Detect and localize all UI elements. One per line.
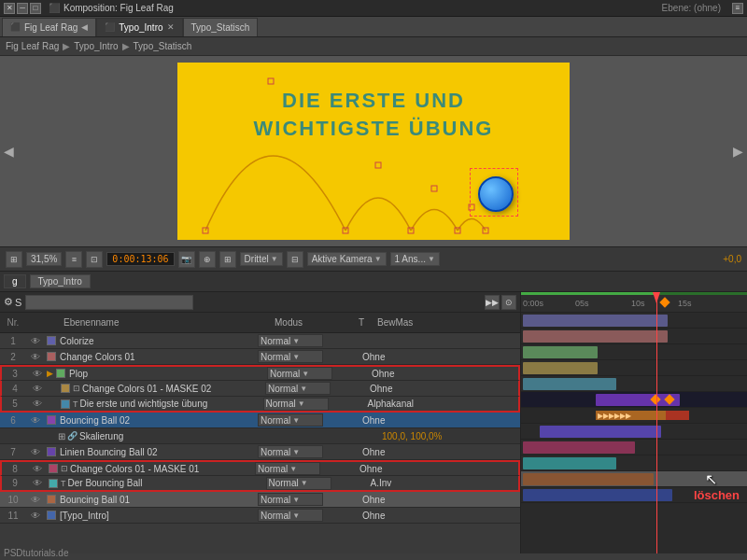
panel-tab-g[interactable]: g: [4, 274, 26, 288]
layer-mode[interactable]: Normal▼: [258, 445, 342, 458]
layer-mode[interactable]: Normal▼: [258, 413, 342, 427]
tab-close-1[interactable]: ✕: [167, 22, 175, 32]
layer-row[interactable]: 7 👁 Linien Bouncing Ball 02 Normal▼ Ohne: [0, 444, 520, 460]
layer-row[interactable]: 1 👁 Colorize Normal▼: [0, 333, 520, 349]
eye-icon: 👁: [33, 369, 42, 379]
mode-dropdown[interactable]: Normal▼: [258, 493, 323, 506]
layer-mode[interactable]: Normal▼: [258, 350, 342, 363]
layer-num: 11: [0, 511, 26, 521]
layer-row[interactable]: 3 👁 ▶ Plop Normal▼ Ohne: [0, 365, 520, 381]
mode-dropdown[interactable]: Normal▼: [258, 445, 323, 458]
breadcrumb-2[interactable]: Typo_Intro: [74, 41, 118, 51]
layer-mode[interactable]: Normal▼: [266, 477, 350, 490]
layer-color: [47, 352, 56, 361]
close-btn[interactable]: ✕: [4, 3, 15, 14]
layer-mode[interactable]: Normal▼: [267, 367, 351, 380]
layer-visibility[interactable]: 👁: [26, 511, 45, 521]
mode-dropdown[interactable]: Normal▼: [258, 350, 323, 363]
fit-btn[interactable]: ⊡: [86, 251, 103, 268]
layer-mode[interactable]: Normal▼: [255, 462, 339, 475]
channels-dropdown[interactable]: 1 Ans... ▼: [390, 252, 440, 266]
layer-mode[interactable]: Normal▼: [258, 509, 342, 522]
search-input[interactable]: [25, 295, 193, 310]
mode-dropdown[interactable]: Normal▼: [258, 413, 323, 427]
breadcrumb-1[interactable]: Fig Leaf Rag: [6, 41, 59, 51]
layer-name: Plop: [67, 369, 267, 379]
search-mode-btn[interactable]: ▶▶: [485, 295, 500, 310]
ruler-label-0: 0:00s: [523, 299, 543, 308]
layer-bewmas: Ohne: [370, 369, 444, 379]
tab-close-0[interactable]: ◀: [81, 22, 88, 32]
camera-icon[interactable]: 📷: [178, 251, 195, 268]
tab-typo-statisch[interactable]: Typo_Statisch: [183, 18, 259, 36]
layer-mode[interactable]: Normal▼: [265, 382, 349, 395]
layer-visibility[interactable]: 👁: [28, 384, 47, 394]
camera-dropdown[interactable]: Aktive Kamera ▼: [307, 252, 387, 266]
breadcrumb-3[interactable]: Typo_Statisch: [134, 41, 192, 51]
layer-row[interactable]: 5 👁 T Die erste und wichtigste übung Nor…: [0, 397, 520, 413]
prev-frame-btn[interactable]: ◀: [4, 144, 14, 159]
mode-dropdown[interactable]: Normal▼: [258, 509, 323, 522]
expand-btn[interactable]: ⊞: [6, 251, 22, 268]
grid-btn[interactable]: ⊞: [219, 251, 236, 268]
layer-visibility[interactable]: 👁: [26, 447, 45, 457]
layer-row[interactable]: 10 👁 Bouncing Ball 01 Normal▼ Ohne: [0, 492, 520, 508]
layer-row[interactable]: 4 👁 ⊡ Change Colors 01 - MASKE 02 Normal…: [0, 381, 520, 397]
next-frame-btn[interactable]: ▶: [733, 144, 743, 159]
timecode[interactable]: 0:00:13:06: [106, 252, 174, 266]
track-block: [523, 489, 672, 501]
max-btn[interactable]: □: [30, 3, 41, 14]
tab-fig-leaf-rag[interactable]: ⬛ Fig Leaf Rag ◀: [2, 18, 96, 36]
snap-btn[interactable]: ⊕: [199, 251, 216, 268]
search-bar: ⚙ S ▶▶ ⊙: [0, 292, 520, 313]
eye-icon: 👁: [31, 336, 40, 346]
layer-bewmas: Ohne: [360, 511, 435, 521]
mode-dropdown[interactable]: Normal▼: [266, 477, 331, 490]
transparency-btn[interactable]: ⊟: [287, 251, 303, 268]
tab-typo-intro[interactable]: ⬛ Typo_Intro ✕: [96, 18, 182, 36]
layer-name: Der Bouncing Ball: [66, 478, 266, 488]
layer-visibility[interactable]: 👁: [26, 495, 45, 505]
layer-row[interactable]: 6 👁 Bouncing Ball 02 Normal▼ Ohne: [0, 413, 520, 428]
title-bar-controls[interactable]: ✕ ─ □: [4, 3, 41, 14]
layer-mode[interactable]: Normal▼: [258, 334, 342, 347]
mode-dropdown[interactable]: Normal▼: [267, 367, 332, 380]
min-btn[interactable]: ─: [17, 3, 28, 14]
track-row-3: [521, 344, 747, 360]
layer-row[interactable]: 9 👁 T Der Bouncing Ball Normal▼ A.Inv: [0, 476, 520, 492]
layer-num: 7: [0, 447, 26, 457]
layer-row[interactable]: 8 👁 ⊡ Change Colors 01 - MASKE 01 Normal…: [0, 460, 520, 476]
mode-dropdown[interactable]: Normal▼: [258, 334, 323, 347]
layer-visibility[interactable]: 👁: [26, 336, 45, 346]
mode-dropdown[interactable]: Normal▼: [255, 462, 320, 475]
col-mode: Modus: [275, 317, 359, 328]
search-solo-btn[interactable]: ⊙: [501, 295, 516, 310]
solo-btn[interactable]: S: [15, 297, 21, 308]
playhead[interactable]: [656, 292, 657, 553]
layer-visibility[interactable]: 👁: [28, 464, 47, 474]
col-num: Nr.: [0, 317, 26, 328]
layer-name: [Typo_Intro]: [58, 511, 258, 521]
layer-color: [56, 369, 65, 378]
layer-row-skalierung[interactable]: ⊞ 🔗 Skalierung 100,0, 100,0%: [0, 428, 520, 444]
zoom-ctrl[interactable]: ≡: [65, 251, 82, 268]
zoom-level[interactable]: 31,5%: [26, 252, 62, 266]
track-row-1: [521, 313, 747, 329]
layer-row[interactable]: 11 👁 [Typo_Intro] Normal▼ Ohne: [0, 508, 520, 524]
layer-visibility[interactable]: 👁: [28, 399, 47, 409]
view-dropdown[interactable]: Drittel ▼: [240, 252, 283, 266]
layer-mode[interactable]: Normal▼: [263, 398, 347, 411]
panel-menu-btn[interactable]: ≡: [732, 3, 743, 14]
layer-visibility[interactable]: 👁: [28, 369, 47, 379]
track-row-8: [521, 440, 747, 455]
mode-dropdown[interactable]: Normal▼: [265, 382, 331, 395]
layer-settings-btn[interactable]: ⚙: [4, 296, 13, 308]
layer-visibility[interactable]: 👁: [28, 478, 47, 488]
mode-dropdown[interactable]: Normal▼: [263, 398, 329, 411]
layer-mode[interactable]: Normal▼: [258, 493, 342, 506]
panel-tab-typo[interactable]: Typo_Intro: [30, 274, 91, 288]
layer-row[interactable]: 2 👁 Change Colors 01 Normal▼ Ohne: [0, 349, 520, 365]
layer-visibility[interactable]: 👁: [26, 415, 45, 426]
layer-visibility[interactable]: 👁: [26, 352, 45, 362]
track-row-9: [521, 455, 747, 471]
